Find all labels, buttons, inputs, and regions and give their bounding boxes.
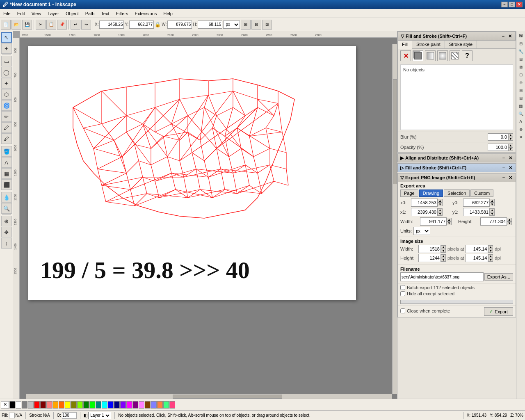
layer-select[interactable]: Layer 1 (88, 412, 111, 419)
right-icon-11[interactable]: 🔍 (517, 110, 525, 117)
right-icon-13[interactable]: ⊕ (517, 126, 525, 133)
palette-color-swatch[interactable] (65, 401, 71, 409)
palette-color-swatch[interactable] (16, 401, 21, 409)
align-minimize-btn[interactable]: − (501, 155, 507, 161)
minimize-button[interactable]: − (501, 2, 508, 7)
palette-color-swatch[interactable] (114, 401, 120, 409)
menu-item-layer[interactable]: Layer (44, 10, 62, 17)
fill-stroke-minimize-btn[interactable]: − (500, 33, 506, 39)
unknown-paint-button[interactable]: ? (462, 50, 472, 61)
right-icon-1[interactable]: 🖫 (517, 32, 525, 39)
palette-color-swatch[interactable] (22, 401, 27, 409)
bucket-tool[interactable]: 🪣 (1, 146, 12, 157)
palette-color-swatch[interactable] (96, 401, 101, 409)
no-paint-button[interactable]: ✕ (400, 50, 411, 61)
ellipse-tool[interactable]: ◯ (1, 67, 12, 78)
palette-color-swatch[interactable] (108, 401, 114, 409)
height-up-btn[interactable]: ▲ (507, 218, 512, 221)
dropper-tool[interactable]: 💧 (1, 192, 12, 203)
pattern-button[interactable] (450, 50, 460, 61)
titlebar-controls[interactable]: − □ ✕ (501, 2, 523, 7)
dpi-height-up-btn[interactable]: ▲ (488, 254, 493, 258)
palette-color-swatch[interactable] (157, 401, 163, 409)
y0-input[interactable] (463, 199, 490, 207)
right-icon-8[interactable]: ⊟ (517, 87, 525, 94)
dpi-width-down-btn[interactable]: ▼ (488, 249, 493, 253)
snap-tool[interactable]: ⊕ (1, 216, 12, 226)
right-icon-14[interactable]: ✕ (517, 133, 525, 141)
gradient-tool[interactable]: ▦ (1, 168, 12, 179)
pencil-tool[interactable]: ✏ (1, 111, 12, 122)
save-btn[interactable]: 💾 (22, 20, 32, 30)
palette-color-swatch[interactable] (102, 401, 107, 409)
opacity-input[interactable] (488, 144, 508, 151)
canvas-horizontal-scrollbar[interactable] (26, 394, 392, 399)
export-as-button[interactable]: Export As... (484, 273, 513, 281)
linear-gradient-button[interactable] (425, 50, 436, 61)
custom-area-btn[interactable]: Custom (470, 189, 493, 197)
menu-item-file[interactable]: File (0, 10, 14, 17)
fill-stroke-collapsed-header[interactable]: ▷ Fill and Stroke (Shift+Ctrl+F) − ✕ (397, 163, 516, 172)
x0-input[interactable] (411, 199, 438, 207)
blur-up-btn[interactable]: ▲ (508, 133, 513, 137)
open-btn[interactable]: 📂 (11, 20, 21, 30)
3d-box-tool[interactable]: ⬡ (1, 89, 12, 100)
export-panel-header[interactable]: ▽ Export PNG Image (Shift+Ctrl+E) − ✕ (398, 173, 516, 182)
maximize-button[interactable]: □ (509, 2, 515, 7)
palette-color-swatch[interactable] (120, 401, 126, 409)
y0-down-btn[interactable]: ▼ (490, 203, 495, 206)
units-select[interactable]: px mm cm (413, 227, 430, 235)
palette-color-swatch[interactable] (151, 401, 157, 409)
batch-export-checkbox[interactable] (400, 285, 405, 290)
palette-color-swatch[interactable] (145, 401, 151, 409)
y-input[interactable] (129, 21, 154, 29)
img-width-down-btn[interactable]: ▼ (441, 249, 446, 253)
width-input[interactable] (420, 217, 447, 226)
move-tool[interactable]: ✥ (1, 227, 12, 237)
calligraphy-tool[interactable]: 🖋 (1, 133, 12, 144)
x0-down-btn[interactable]: ▼ (438, 203, 443, 206)
palette-color-swatch[interactable] (139, 401, 144, 409)
undo-btn[interactable]: ↩ (71, 20, 80, 30)
palette-color-swatch[interactable] (163, 401, 169, 409)
fill-stroke-collapsed-minimize-btn[interactable]: − (501, 165, 507, 171)
right-icon-7[interactable]: ⊛ (517, 79, 525, 86)
export-button[interactable]: ✓ Export (484, 307, 513, 316)
right-icon-2[interactable]: ⊞ (517, 40, 525, 47)
dpi-height-down-btn[interactable]: ▼ (488, 258, 493, 262)
new-btn[interactable]: 📄 (1, 20, 11, 30)
x-input[interactable] (99, 21, 124, 29)
right-icon-12[interactable]: A (517, 118, 525, 125)
close-complete-checkbox[interactable] (400, 308, 405, 313)
palette-color-swatch[interactable] (46, 401, 52, 409)
palette-color-swatch[interactable] (77, 401, 83, 409)
x1-input[interactable] (411, 208, 438, 216)
snap3-btn[interactable]: ⊠ (262, 20, 272, 30)
blur-down-btn[interactable]: ▼ (508, 137, 513, 141)
palette-color-swatch[interactable] (83, 401, 89, 409)
palette-color-swatch[interactable] (52, 401, 58, 409)
bezier-tool[interactable]: 🖊 (1, 122, 12, 133)
selection-area-btn[interactable]: Selection (444, 189, 470, 197)
palette-color-swatch[interactable] (126, 401, 132, 409)
snap2-btn[interactable]: ⊟ (251, 20, 261, 30)
x0-up-btn[interactable]: ▲ (438, 199, 443, 203)
drawing-area-btn[interactable]: Drawing (419, 189, 443, 197)
tab-stroke-style[interactable]: Stroke style (445, 41, 477, 48)
right-icon-10[interactable]: ▦ (517, 102, 525, 110)
menu-item-view[interactable]: View (28, 10, 45, 17)
paste-btn[interactable]: 📌 (57, 20, 67, 30)
img-width-input[interactable] (418, 245, 441, 253)
canvas-area[interactable]: 1500 1600 1700 1800 1900 2000 2100 2200 … (13, 31, 397, 399)
menu-item-help[interactable]: Help (160, 10, 176, 17)
img-width-up-btn[interactable]: ▲ (441, 245, 446, 249)
tab-stroke-paint[interactable]: Stroke paint (412, 41, 445, 48)
img-height-down-btn[interactable]: ▼ (441, 258, 446, 262)
lock-icon[interactable]: 🔒 (155, 22, 161, 27)
palette-color-swatch[interactable] (132, 401, 138, 409)
x1-down-btn[interactable]: ▼ (438, 212, 443, 216)
page-area-btn[interactable]: Page (400, 189, 418, 197)
right-icon-6[interactable]: ⊡ (517, 71, 525, 78)
hide-except-checkbox[interactable] (400, 291, 405, 296)
canvas-vertical-scrollbar[interactable] (392, 44, 397, 394)
